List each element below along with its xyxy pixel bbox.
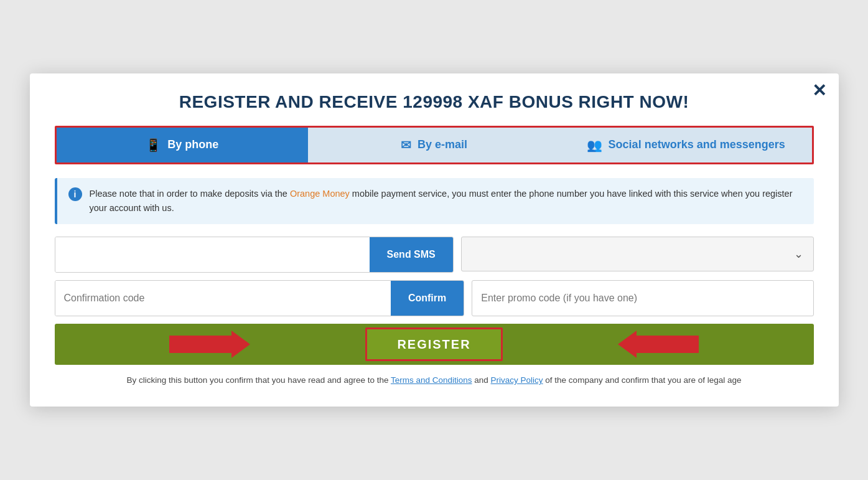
right-arrow-decoration	[503, 331, 814, 358]
social-icon: 👥	[587, 138, 602, 153]
left-arrow-decoration	[55, 331, 366, 358]
orange-money-link[interactable]: Orange Money	[290, 189, 350, 199]
phone-input-group: Send SMS	[55, 237, 454, 273]
arrow-left-shape	[618, 331, 699, 358]
chevron-down-icon: ⌄	[794, 247, 803, 261]
send-sms-button[interactable]: Send SMS	[370, 237, 453, 272]
country-select[interactable]	[472, 249, 794, 260]
phone-icon: 📱	[146, 138, 161, 153]
confirm-button[interactable]: Confirm	[391, 281, 464, 316]
arrow-right-shape	[169, 331, 250, 358]
tab-email[interactable]: ✉ By e-mail	[308, 128, 560, 162]
registration-modal: ✕ REGISTER AND RECEIVE 129998 XAF BONUS …	[30, 73, 839, 407]
info-icon: i	[68, 187, 82, 201]
tab-social[interactable]: 👥 Social networks and messengers	[560, 128, 812, 162]
register-button[interactable]: REGISTER	[365, 327, 502, 361]
terms-link[interactable]: Terms and Conditions	[391, 375, 472, 385]
promo-input-group	[472, 280, 813, 316]
promo-code-input[interactable]	[472, 281, 813, 316]
tab-phone[interactable]: 📱 By phone	[57, 128, 309, 162]
tab-social-label: Social networks and messengers	[609, 138, 785, 151]
confirmation-code-input[interactable]	[55, 281, 391, 316]
close-button[interactable]: ✕	[812, 82, 826, 100]
phone-row: Send SMS ⌄	[55, 237, 814, 273]
modal-title: REGISTER AND RECEIVE 129998 XAF BONUS RI…	[55, 92, 814, 112]
tab-phone-label: By phone	[167, 138, 218, 151]
confirmation-row: Confirm	[55, 280, 814, 316]
registration-tabs: 📱 By phone ✉ By e-mail 👥 Social networks…	[55, 126, 814, 164]
confirmation-input-group: Confirm	[55, 280, 465, 316]
phone-input[interactable]	[55, 237, 370, 272]
info-text: Please note that in order to make deposi…	[90, 187, 803, 215]
email-icon: ✉	[401, 138, 411, 153]
tab-email-label: By e-mail	[418, 138, 467, 151]
info-box: i Please note that in order to make depo…	[55, 178, 814, 224]
terms-text: By clicking this button you confirm that…	[55, 374, 814, 388]
country-select-group[interactable]: ⌄	[461, 237, 814, 271]
privacy-link[interactable]: Privacy Policy	[491, 375, 543, 385]
register-row: REGISTER	[55, 324, 814, 365]
